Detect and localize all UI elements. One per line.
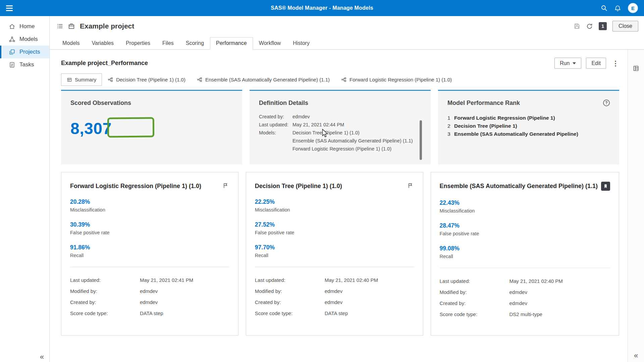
tab-workflow[interactable]: Workflow (253, 37, 287, 50)
app-title: SAS® Model Manager - Manage Models (0, 5, 644, 11)
scrollbar-thumb[interactable] (420, 120, 422, 160)
detail-label: Models: (259, 129, 292, 153)
model-card-title: Decision Tree (Pipeline 1) (1.0) (255, 182, 403, 190)
subtab-forward-logistic[interactable]: Forward Logistic Regression (Pipeline 1)… (335, 73, 458, 86)
detail-value: DATA step (325, 308, 348, 319)
performance-subtabs: Summary Decision Tree (Pipeline 1) (1.0)… (50, 69, 628, 86)
metric-value: 28.47% (440, 222, 610, 229)
rank-model-name: Decision Tree (Pipeline 1) (454, 122, 517, 130)
detail-label: Score code type: (255, 308, 325, 319)
detail-label: Created by: (440, 298, 509, 309)
page-title: Example project (80, 22, 134, 30)
detail-value: May 21, 2021 02:41 PM (140, 275, 193, 286)
sidebar-item-models[interactable]: Models (0, 33, 49, 46)
detail-label: Modified by: (440, 287, 509, 298)
tab-variables[interactable]: Variables (86, 37, 120, 50)
home-icon (9, 23, 15, 30)
project-list-icon[interactable] (56, 22, 64, 30)
rank-list: 1 Forward Logistic Regression (Pipeline … (447, 114, 610, 138)
refresh-icon[interactable] (586, 23, 593, 30)
tile-definition-details: Definition Details Created by: edmdev La… (250, 90, 431, 165)
tab-performance[interactable]: Performance (210, 37, 253, 50)
sidebar-item-tasks[interactable]: Tasks (0, 58, 49, 71)
metric-value: 91.86% (70, 244, 229, 251)
detail-value: edmdev (292, 113, 310, 121)
metric-value: 99.08% (440, 245, 610, 252)
sidebar-item-label: Models (19, 36, 38, 43)
metrics: 22.25%Misclassification 27.52%False posi… (255, 198, 414, 258)
close-button[interactable]: Close (612, 21, 638, 32)
metric-label: Recall (70, 253, 229, 258)
count-badge[interactable]: 1 (599, 22, 607, 30)
project-tabs: Models Variables Properties Files Scorin… (50, 36, 644, 50)
metric-value: 97.70% (255, 244, 414, 251)
flag-icon[interactable] (407, 182, 414, 189)
detail-label: Last updated: (70, 275, 140, 286)
model-name: Ensemble (SAS Automatically Generated Pi… (292, 137, 413, 145)
performance-content: Example project_Performance Run Edit ⋮ (50, 50, 628, 362)
detail-label: Score code type: (440, 309, 509, 320)
main-area: Example project 1 Close Models Variables… (50, 16, 644, 362)
detail-label: Last updated: (440, 276, 509, 287)
metric-value: 22.43% (440, 199, 610, 206)
sidebar-item-home[interactable]: Home (0, 20, 49, 33)
subtab-decision-tree[interactable]: Decision Tree (Pipeline 1) (1.0) (102, 73, 191, 86)
subtab-label: Decision Tree (Pipeline 1) (1.0) (116, 77, 185, 82)
summary-tiles: Scored Observations 8,307 Definition Det… (61, 90, 619, 165)
tab-properties[interactable]: Properties (120, 37, 156, 50)
flag-icon[interactable] (222, 182, 229, 189)
detail-value: edmdev (509, 298, 527, 309)
tile-title: Model Performance Rank (447, 100, 520, 107)
detail-value: edmdev (325, 297, 342, 308)
divider (255, 267, 414, 267)
kebab-menu-icon[interactable]: ⋮ (611, 59, 620, 67)
run-button[interactable]: Run (554, 58, 581, 69)
rank-row: 3 Ensemble (SAS Automatically Generated … (447, 130, 610, 138)
avatar[interactable]: E (628, 3, 638, 13)
edit-button[interactable]: Edit (586, 58, 606, 69)
detail-value: May 21, 2021 02:40 PM (325, 275, 378, 286)
metric-label: Misclassification (440, 208, 610, 214)
detail-label: Created by: (259, 113, 292, 121)
divider (70, 267, 229, 267)
properties-panel-icon[interactable] (633, 65, 639, 72)
right-rail: « (628, 50, 644, 362)
rank-model-name: Ensemble (SAS Automatically Generated Pi… (454, 130, 578, 138)
tab-history[interactable]: History (287, 37, 316, 50)
detail-label: Modified by: (70, 286, 140, 297)
definition-details-rows: Created by: edmdev Last updated: May 21,… (259, 113, 421, 153)
caret-down-icon (573, 62, 576, 64)
sidebar-item-projects[interactable]: Projects (0, 46, 49, 58)
run-button-label: Run (560, 60, 570, 66)
search-icon[interactable] (601, 5, 607, 11)
subtab-label: Ensemble (SAS Automatically Generated Pi… (205, 77, 330, 82)
pipeline-icon (108, 77, 113, 82)
right-rail-collapse-button[interactable]: « (634, 352, 638, 359)
metric-label: Misclassification (70, 207, 229, 213)
tab-scoring[interactable]: Scoring (180, 37, 210, 50)
detail-value: edmdev (325, 286, 342, 297)
tab-models[interactable]: Models (56, 37, 86, 50)
metric-label: False positive rate (70, 230, 229, 235)
sidebar-collapse-button[interactable]: « (40, 353, 44, 361)
tab-files[interactable]: Files (156, 37, 180, 50)
hamburger-menu-icon[interactable] (6, 5, 13, 11)
champion-bookmark-icon[interactable] (601, 182, 610, 191)
topbar-actions: E (601, 3, 638, 13)
project-icon (68, 22, 75, 30)
subtab-ensemble[interactable]: Ensemble (SAS Automatically Generated Pi… (191, 73, 335, 86)
metrics: 22.43%Misclassification 28.47%False posi… (440, 199, 610, 259)
help-icon[interactable]: ? (603, 100, 610, 106)
subtab-summary[interactable]: Summary (61, 73, 102, 86)
detail-value: May 21, 2021 02:44 PM (292, 121, 344, 129)
tile-model-performance-rank: Model Performance Rank ? 1 Forward Logis… (438, 90, 619, 165)
save-icon[interactable] (574, 23, 580, 29)
detail-value: edmdev (140, 286, 158, 297)
detail-value-models: Decision Tree (Pipeline 1) (1.0) Ensembl… (292, 129, 413, 153)
notifications-bell-icon[interactable] (614, 5, 621, 12)
rank-row: 2 Decision Tree (Pipeline 1) (447, 122, 610, 130)
metric-label: Recall (440, 254, 610, 259)
detail-label: Last updated: (259, 121, 292, 129)
tasks-icon (9, 61, 15, 68)
project-header: Example project 1 Close (50, 16, 644, 36)
